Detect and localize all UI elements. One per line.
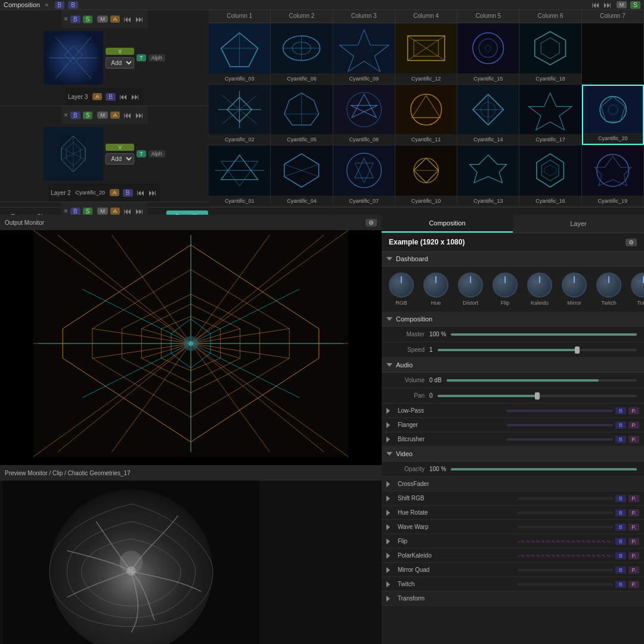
clip-cyantific13[interactable]: Cyantific_13: [457, 145, 519, 206]
knob-hue-control[interactable]: [423, 273, 448, 298]
layer3-btn-m[interactable]: M: [97, 16, 108, 23]
twitch-bar[interactable]: [518, 583, 613, 586]
clip-cyantific15[interactable]: Cyantific_15: [457, 23, 519, 84]
layer3-btn-v[interactable]: V: [106, 48, 134, 55]
wavewarp-bar[interactable]: [518, 526, 613, 528]
clip-row1-col7[interactable]: [582, 23, 644, 84]
layer3-btn-b[interactable]: B: [70, 16, 80, 23]
lowpass-btn-p[interactable]: P.: [628, 407, 639, 414]
layer3-prev[interactable]: ⏮: [122, 14, 133, 24]
layer2-btn-v[interactable]: V: [106, 144, 134, 151]
clip-cyantific04[interactable]: Cyantific_04: [271, 145, 333, 206]
flanger-bar[interactable]: [507, 424, 614, 426]
clip-cyantific10[interactable]: Cyantific_10: [395, 145, 457, 206]
polarkaleido-btn-b[interactable]: B: [615, 552, 626, 559]
layer3-btn-alph[interactable]: Alph: [148, 54, 165, 61]
opacity-slider[interactable]: [451, 468, 637, 470]
wavewarp-btn-p[interactable]: P.: [628, 524, 639, 531]
volume-slider[interactable]: [447, 379, 637, 382]
knob-distort-control[interactable]: [458, 273, 483, 298]
layer2-prev2[interactable]: ⏮: [135, 188, 146, 197]
clip-cyantific01[interactable]: Cyantific_01: [209, 145, 271, 206]
layer2-btn-s[interactable]: S: [83, 112, 93, 119]
comp-btn-b2[interactable]: B: [68, 1, 78, 9]
clip-cyantific02[interactable]: Cyantific_02: [209, 85, 271, 145]
prop-tab-layer[interactable]: Layer: [513, 215, 644, 233]
layer2-prev[interactable]: ⏮: [122, 110, 133, 120]
lowpass-bar[interactable]: [507, 410, 614, 412]
clip-cyantific05[interactable]: Cyantific_05: [271, 85, 333, 145]
knob-mirror-control[interactable]: [562, 273, 587, 298]
mirrorquad-btn-p[interactable]: P.: [628, 566, 639, 574]
huerotate-bar[interactable]: [518, 512, 613, 514]
next-btn[interactable]: ⏭: [602, 0, 613, 10]
flip-bar[interactable]: [518, 540, 613, 543]
clip-cyantific11[interactable]: Cyantific_11: [395, 85, 457, 145]
clip-cyantific18[interactable]: Cyantific_18: [519, 23, 581, 84]
composition-section-header[interactable]: Composition: [382, 312, 644, 327]
twitch-btn-b[interactable]: B: [615, 581, 626, 588]
huerotate-btn-b[interactable]: B: [615, 509, 626, 516]
shiftrgb-btn-p[interactable]: P.: [628, 495, 639, 502]
comp-btn-b[interactable]: B: [55, 1, 65, 9]
layer2-btn-m[interactable]: M: [97, 112, 108, 119]
clip-cyantific06[interactable]: Cyantific_06: [271, 23, 333, 84]
clip-cyantific03[interactable]: Cyantific_03: [209, 23, 271, 84]
mirrorquad-bar[interactable]: [518, 569, 613, 571]
layer1-btn-m[interactable]: M: [97, 208, 108, 215]
knob-rgb-control[interactable]: [389, 273, 414, 298]
layer2-btn-b3[interactable]: B: [123, 189, 133, 197]
layer3-btn-t[interactable]: T: [137, 54, 146, 61]
clip-cyantific14[interactable]: Cyantific_14: [457, 85, 519, 145]
video-section-header[interactable]: Video: [382, 447, 644, 462]
layer3-prev2[interactable]: ⏮: [118, 92, 129, 101]
prev-btn[interactable]: ⏮: [590, 0, 601, 10]
clip-cyantific20[interactable]: Cyantific_20: [582, 85, 644, 145]
output-settings-btn[interactable]: ⚙: [366, 219, 377, 227]
bitcrusher-btn-p[interactable]: P.: [628, 436, 639, 443]
prop-settings-btn[interactable]: ⚙: [626, 239, 637, 246]
layer3-btn-s[interactable]: S: [83, 16, 93, 23]
knob-twitch-control[interactable]: [596, 273, 621, 298]
clip-cyantific07[interactable]: Cyantific_07: [333, 145, 395, 206]
layer3-btn-b3[interactable]: B: [106, 93, 116, 101]
dashboard-header[interactable]: Dashboard: [382, 252, 644, 267]
layer3-btn-a[interactable]: A: [110, 16, 120, 23]
layer2-btn-b[interactable]: B: [70, 112, 80, 119]
comp-btn-m[interactable]: M: [617, 1, 627, 8]
layer3-btn-a2[interactable]: A: [92, 93, 102, 100]
lowpass-btn-b[interactable]: B: [615, 407, 626, 414]
clip-cyantific17[interactable]: Cyantific_17: [519, 85, 581, 145]
layer2-btn-t[interactable]: T: [137, 150, 146, 157]
huerotate-btn-p[interactable]: P.: [628, 509, 639, 516]
layer2-btn-a[interactable]: A: [110, 112, 120, 119]
shiftrgb-btn-b[interactable]: B: [615, 495, 626, 502]
layer2-btn-a2[interactable]: A: [110, 189, 119, 196]
layer3-close[interactable]: ×: [64, 15, 68, 23]
knob-flip-control[interactable]: [493, 273, 518, 298]
layer1-btn-s[interactable]: S: [83, 208, 93, 215]
clip-cyantific19[interactable]: Cyantific_19: [582, 145, 644, 206]
prop-tab-composition[interactable]: Composition: [382, 215, 513, 233]
knob-trails-control[interactable]: [631, 273, 644, 298]
layer1-close[interactable]: ×: [64, 207, 68, 215]
layer2-btn-alph[interactable]: Alph: [148, 150, 165, 157]
layer1-btn-b[interactable]: B: [70, 208, 80, 215]
layer2-next2[interactable]: ⏭: [147, 188, 158, 197]
flip-btn-b[interactable]: B: [615, 538, 626, 545]
close-icon[interactable]: ×: [45, 1, 48, 8]
mirrorquad-btn-b[interactable]: B: [615, 566, 626, 574]
speed-slider[interactable]: [438, 349, 637, 351]
clip-cyantific12[interactable]: Cyantific_12: [395, 23, 457, 84]
knob-kaleido-control[interactable]: [527, 273, 552, 298]
master-slider[interactable]: [451, 333, 637, 336]
flip-btn-p[interactable]: P.: [628, 538, 639, 545]
layer3-next[interactable]: ⏭: [134, 14, 145, 24]
comp-btn-s[interactable]: S: [630, 1, 640, 9]
layer2-add-select[interactable]: Add: [106, 153, 134, 165]
flanger-btn-b[interactable]: B: [615, 422, 626, 429]
clip-cyantific08[interactable]: Cyantific_08: [333, 85, 395, 145]
layer3-add-select[interactable]: Add: [106, 57, 134, 69]
clip-cyantific09[interactable]: Cyantific_09: [333, 23, 395, 84]
layer2-next[interactable]: ⏭: [134, 110, 145, 120]
